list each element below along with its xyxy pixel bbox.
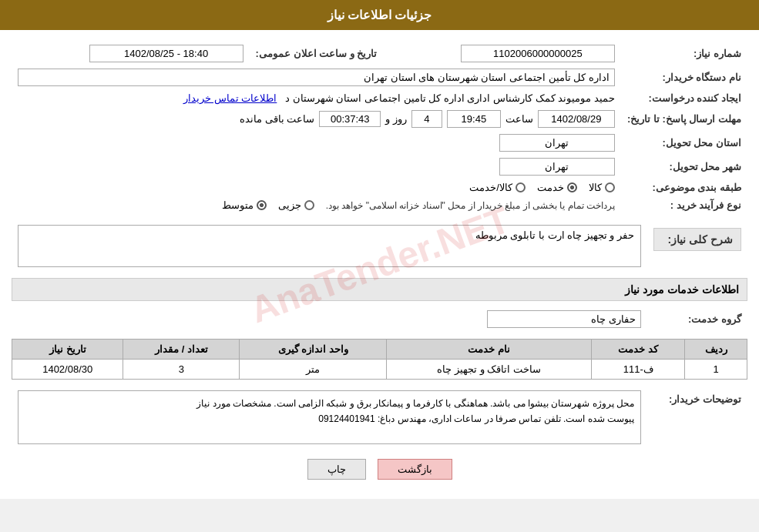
radio-kala-circle [605, 182, 615, 192]
cell-name: ساخت اتاقک و تجهیز چاه [386, 360, 591, 380]
tabaqe-label: طبقه بندی موضوعی: [621, 179, 747, 196]
col-radif: ردیف [685, 340, 747, 360]
tawzih-table: توضیحات خریدار: محل پروژه شهرستان بیشوا … [12, 387, 747, 447]
page-container: جزئیات اطلاعات نیاز AnaTender.NET شماره … [0, 0, 759, 499]
noe-farayand-radio-group: متوسط جزیی [222, 199, 314, 211]
radio-kala-khedmat: کالا/خدمت [469, 182, 526, 193]
sharh-section-title: شرح کلی نیاز: [653, 228, 741, 251]
mohlat-value: 1402/08/29 ساعت 19:45 4 روز و 00:37:43 س… [12, 107, 621, 131]
page-title: جزئیات اطلاعات نیاز [327, 8, 432, 22]
col-tedad: تعداد / مقدار [123, 340, 240, 360]
mohlat-date-row: 1402/08/29 ساعت 19:45 4 روز و 00:37:43 س… [18, 110, 615, 128]
tabaqe-value: کالا/خدمت خدمت کالا [12, 179, 621, 196]
radio-kala-label: کالا [589, 182, 602, 193]
gorooh-box: حفاری چاه [487, 310, 641, 328]
tawzih-line2-text: پیوست شده است. تلفن تماس صرفا در ساعات ا… [318, 413, 634, 424]
radio-motavaset-circle [257, 200, 267, 210]
radio-khedmat-circle [567, 182, 577, 192]
payment-note: پرداخت تمام یا بخشی از مبلغ خریدار از مح… [326, 200, 615, 211]
tarikh-saat-box: 1402/08/25 - 18:40 [89, 45, 243, 62]
gorooh-table: گروه خدمت: حفاری چاه [12, 307, 747, 331]
tabaqe-radio-group: کالا/خدمت خدمت کالا [18, 182, 615, 193]
noe-farayand-row: متوسط جزیی پرداخت تمام یا بخشی از مبلغ خ… [18, 199, 615, 211]
sharh-row: شرح کلی نیاز: حفر و تجهیز چاه ارت با تاب… [12, 222, 747, 270]
tawzih-line2: پیوست شده است. تلفن تماس صرفا در ساعات ا… [318, 413, 634, 424]
mohlat-baqi-label: ساعت باقی مانده [240, 113, 314, 125]
sharh-label: شرح کلی نیاز: [647, 222, 747, 270]
radio-motavaset: متوسط [222, 199, 267, 211]
cell-code: ف-111 [592, 360, 685, 380]
sharh-table: شرح کلی نیاز: حفر و تجهیز چاه ارت با تاب… [12, 222, 747, 270]
buttons-row: بازگشت چاپ [12, 459, 747, 480]
tawzih-label: توضیحات خریدار: [647, 387, 747, 447]
sharh-box: حفر و تجهیز چاه ارت با تابلوی مربوطه [18, 225, 641, 267]
shahr-tahvil-box: تهران [499, 158, 615, 176]
radio-jozi: جزیی [278, 199, 314, 211]
radio-motavaset-label: متوسط [222, 199, 254, 211]
service-table-head: ردیف کد خدمت نام خدمت واحد اندازه گیری ت… [12, 340, 747, 360]
table-row: مهلت ارسال پاسخ: تا تاریخ: 1402/08/29 سا… [12, 107, 747, 131]
table-row: طبقه بندی موضوعی: کالا/خدمت خدمت [12, 179, 747, 196]
tawzih-box: محل پروژه شهرستان بیشوا می باشد. هماهنگی… [18, 390, 641, 444]
table-row: ایجاد کننده درخواست: حمید مومیوند کمک کا… [12, 89, 747, 107]
ijad-konande-label: ایجاد کننده درخواست: [621, 89, 747, 107]
table-row: 1 ف-111 ساخت اتاقک و تجهیز چاه متر 3 140… [12, 360, 747, 380]
shahr-tahvil-label: شهر محل تحویل: [621, 155, 747, 179]
service-table-header-row: ردیف کد خدمت نام خدمت واحد اندازه گیری ت… [12, 340, 747, 360]
radio-jozi-circle [304, 200, 314, 210]
name-dastgah-label: نام دستگاه خریدار: [621, 65, 747, 89]
col-name: نام خدمت [386, 340, 591, 360]
ijad-konande-value: حمید مومیوند کمک کارشناس اداری اداره کل … [12, 89, 621, 107]
shahr-tahvil-value: تهران [12, 155, 621, 179]
radio-kala: کالا [589, 182, 615, 193]
tarikh-saat-label: تاریخ و ساعت اعلان عمومی: [250, 42, 384, 65]
radio-khedmat-label: خدمت [537, 182, 564, 193]
table-row: نام دستگاه خریدار: اداره کل تأمین اجتماع… [12, 65, 747, 89]
content-area: AnaTender.NET شماره نیاز: 11020060000000… [0, 30, 759, 499]
gorooh-row: گروه خدمت: حفاری چاه [12, 307, 747, 331]
table-row: شهر محل تحویل: تهران [12, 155, 747, 179]
cell-tedad: 3 [123, 360, 240, 380]
ijad-konande-text: حمید مومیوند کمک کارشناس اداری اداره کل … [285, 92, 615, 104]
page-header: جزئیات اطلاعات نیاز [0, 0, 759, 30]
khadamat-section-title: اطلاعات خدمات مورد نیاز [12, 278, 747, 301]
noe-farayand-value: متوسط جزیی پرداخت تمام یا بخشی از مبلغ خ… [12, 196, 621, 214]
sharh-value: حفر و تجهیز چاه ارت با تابلوی مربوطه [12, 222, 647, 270]
table-row: استان محل تحویل: تهران [12, 131, 747, 155]
col-tarikh: تاریخ نیاز [12, 340, 123, 360]
radio-kala-khedmat-circle [516, 182, 526, 192]
radio-jozi-label: جزیی [278, 199, 301, 211]
tawzih-line1: محل پروژه شهرستان بیشوا می باشد. هماهنگی… [196, 398, 634, 409]
mohlat-countdown-box: 00:37:43 [319, 111, 381, 127]
service-table: ردیف کد خدمت نام خدمت واحد اندازه گیری ت… [12, 339, 747, 380]
mohlat-saat-box: 19:45 [447, 110, 501, 128]
noe-farayand-label: نوع فرآیند خرید : [621, 196, 747, 214]
tarikh-saat-value: 1402/08/25 - 18:40 [12, 42, 250, 65]
info-table: شماره نیاز: 1102006000000025 تاریخ و ساع… [12, 42, 747, 214]
col-unit: واحد اندازه گیری [240, 340, 386, 360]
mohlat-saat-label: ساعت [505, 113, 533, 125]
name-dastgah-value: اداره کل تأمین اجتماعی استان شهرستان های… [12, 65, 621, 89]
tawzih-row: توضیحات خریدار: محل پروژه شهرستان بیشوا … [12, 387, 747, 447]
mohlat-rooz-label: روز و [385, 113, 407, 125]
mohlat-date-box: 1402/08/29 [538, 110, 615, 128]
cell-unit: متر [240, 360, 386, 380]
ostan-tahvil-value: تهران [12, 131, 621, 155]
tawzih-value: محل پروژه شهرستان بیشوا می باشد. هماهنگی… [12, 387, 647, 447]
radio-kala-khedmat-label: کالا/خدمت [469, 182, 512, 193]
shomara-niaz-value: 1102006000000025 [383, 42, 621, 65]
cell-tarikh: 1402/08/30 [12, 360, 123, 380]
mohlat-label: مهلت ارسال پاسخ: تا تاریخ: [621, 107, 747, 131]
ostan-tahvil-box: تهران [499, 134, 615, 152]
bazgasht-button[interactable]: بازگشت [378, 459, 452, 480]
service-table-body: 1 ف-111 ساخت اتاقک و تجهیز چاه متر 3 140… [12, 360, 747, 380]
gorooh-label: گروه خدمت: [647, 307, 747, 331]
table-row: شماره نیاز: 1102006000000025 تاریخ و ساع… [12, 42, 747, 65]
chap-button[interactable]: چاپ [307, 459, 366, 480]
ostan-tahvil-label: استان محل تحویل: [621, 131, 747, 155]
table-row: نوع فرآیند خرید : متوسط جزیی [12, 196, 747, 214]
cell-radif: 1 [685, 360, 747, 380]
shomara-niaz-box: 1102006000000025 [461, 45, 615, 62]
ettelaat-tamas-link[interactable]: اطلاعات تماس خریدار [183, 92, 277, 104]
col-code: کد خدمت [592, 340, 685, 360]
